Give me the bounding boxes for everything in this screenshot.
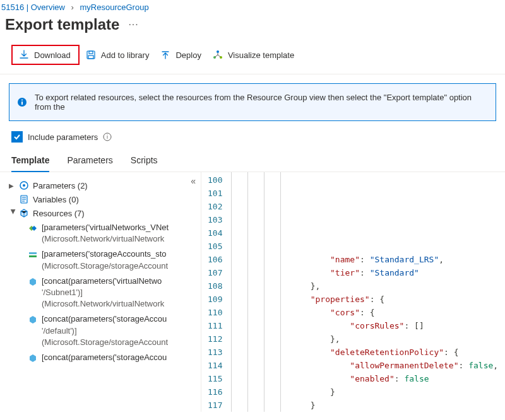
add-to-library-label: Add to library xyxy=(101,50,150,60)
resource-item[interactable]: [parameters('virtualNetworks_VNet(Micros… xyxy=(28,220,198,247)
resource-icon xyxy=(28,250,38,263)
download-label: Download xyxy=(34,50,71,60)
tree-node-resources[interactable]: ▶ Resources (7) xyxy=(9,206,198,220)
svg-rect-7 xyxy=(21,102,23,105)
resource-item[interactable]: [concat(parameters('virtualNetwo'/Subnet… xyxy=(28,274,198,312)
deploy-button[interactable]: Deploy xyxy=(160,50,201,60)
svg-point-12 xyxy=(23,184,25,187)
breadcrumb: 51516 | Overview › myResourceGroup xyxy=(0,0,505,13)
include-parameters-row: Include parameters i xyxy=(0,129,505,150)
resource-icon xyxy=(28,353,38,366)
tabs: Template Parameters Scripts xyxy=(0,150,505,172)
code-editor[interactable]: 1001011021031041051061071081091101111121… xyxy=(201,172,505,412)
visualize-icon xyxy=(213,50,223,60)
check-icon xyxy=(13,133,21,141)
tree-node-label: Resources (7) xyxy=(33,209,85,218)
svg-rect-14 xyxy=(29,252,37,254)
tree-node-variables[interactable]: Variables (0) xyxy=(9,192,198,206)
add-to-library-button[interactable]: Add to library xyxy=(86,50,150,60)
breadcrumb-link-resourcegroup[interactable]: myResourceGroup xyxy=(80,3,149,12)
resource-item[interactable]: [concat(parameters('storageAccou xyxy=(28,350,198,368)
info-icon xyxy=(17,97,27,107)
deploy-label: Deploy xyxy=(175,50,201,60)
resource-icon xyxy=(28,223,38,236)
info-message: To export related resources, select the … xyxy=(35,93,488,112)
svg-point-3 xyxy=(217,50,219,53)
breadcrumb-separator-icon: › xyxy=(71,3,74,12)
resource-items: [parameters('virtualNetworks_VNet(Micros… xyxy=(9,220,198,368)
parameters-icon xyxy=(19,180,29,190)
download-button[interactable]: Download xyxy=(11,45,80,65)
resource-item[interactable]: [concat(parameters('storageAccou'/defaul… xyxy=(28,312,198,350)
collapse-tree-icon[interactable]: « xyxy=(191,176,196,186)
resource-icon xyxy=(28,315,38,328)
code-body: "name": "Standard_LRS", "tier": "Standar… xyxy=(231,172,505,412)
svg-point-8 xyxy=(21,100,23,101)
resources-icon xyxy=(19,208,29,218)
deploy-icon xyxy=(160,50,170,60)
line-numbers: 1001011021031041051061071081091101111121… xyxy=(201,172,231,412)
page-title: Export template xyxy=(5,16,119,33)
toolbar: Download Add to library Deploy Visualize… xyxy=(0,40,505,74)
svg-text:i: i xyxy=(107,134,108,140)
download-icon xyxy=(19,50,29,60)
tree-node-label: Variables (0) xyxy=(33,195,79,204)
tab-parameters[interactable]: Parameters xyxy=(67,150,112,172)
tree-node-parameters[interactable]: ▶ Parameters (2) xyxy=(9,178,198,192)
tree-node-label: Parameters (2) xyxy=(33,181,88,190)
resource-icon xyxy=(28,277,38,290)
save-icon xyxy=(86,50,96,60)
svg-rect-15 xyxy=(29,255,37,257)
visualize-label: Visualize template xyxy=(228,50,294,60)
include-parameters-label: Include parameters xyxy=(28,132,98,142)
tab-template[interactable]: Template xyxy=(11,150,49,172)
chevron-right-icon: ▶ xyxy=(9,182,18,189)
resource-item[interactable]: [parameters('storageAccounts_sto(Microso… xyxy=(28,247,198,273)
more-actions-icon[interactable]: ··· xyxy=(128,19,138,30)
help-icon[interactable]: i xyxy=(103,132,112,141)
svg-rect-1 xyxy=(89,51,93,54)
breadcrumb-link-overview[interactable]: 51516 | Overview xyxy=(1,3,65,12)
include-parameters-checkbox[interactable] xyxy=(11,131,23,143)
svg-rect-2 xyxy=(88,55,93,59)
tab-scripts[interactable]: Scripts xyxy=(131,150,158,172)
resource-tree: « ▶ Parameters (2) Variables (0) ▶ Resou… xyxy=(0,172,201,412)
info-banner: To export related resources, select the … xyxy=(9,83,496,121)
page-header: Export template ··· xyxy=(0,13,505,40)
visualize-button[interactable]: Visualize template xyxy=(213,50,294,60)
content-area: « ▶ Parameters (2) Variables (0) ▶ Resou… xyxy=(0,172,505,412)
chevron-down-icon: ▶ xyxy=(10,209,17,218)
variables-icon xyxy=(19,194,29,204)
